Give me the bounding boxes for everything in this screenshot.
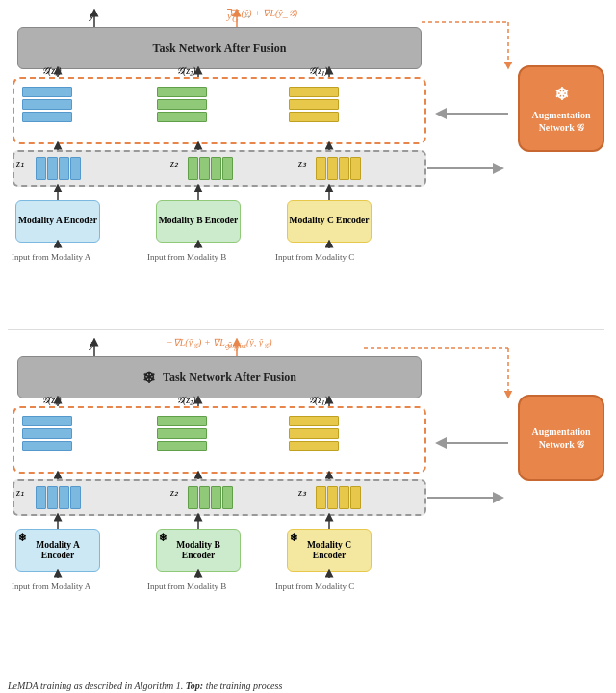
top-encoder-b: Modality B Encoder (156, 200, 241, 243)
bottom-z2-label: z₂ (170, 487, 178, 498)
bottom-z3-label: z₃ (298, 487, 306, 498)
top-input-c-label: Input from Modality C (275, 252, 354, 262)
top-gray-dashed: z₁ z₂ z₃ (13, 150, 426, 187)
top-encoder-a: Modality A Encoder (15, 200, 100, 243)
bottom-task-network-box: ❄ Task Network After Fusion (17, 356, 422, 398)
top-gz1b-label: 𝒢(z₁) (308, 65, 328, 77)
bottom-z1-label: z₁ (16, 487, 24, 498)
bottom-yhat-g-label: ŷ𝒢 (227, 339, 238, 354)
top-task-network-box: Task Network After Fusion (17, 27, 422, 69)
bottom-yhat-label: ŷ (90, 339, 94, 350)
bottom-gz2-label: 𝒢(z₂) (176, 395, 196, 406)
bottom-orange-dashed: 𝒢(z₁) 𝒢(z₂) 𝒢(z₁) (13, 406, 426, 474)
bottom-encoder-a: ❄ Modality AEncoder (15, 529, 100, 572)
bottom-aug-network-box: AugmentationNetwork 𝒢 (518, 395, 604, 481)
bottom-diagram: −∇L(ŷ𝒢) + ∇Lconsist(ŷ, ŷ𝒢) ŷ ŷ𝒢 ❄ Task N… (8, 337, 604, 654)
top-yhat-g-label: yG → (227, 10, 251, 24)
bottom-encoder-c: ❄ Modality CEncoder (287, 529, 372, 572)
bottom-caption: LeMDA training as described in Algorithm… (8, 680, 282, 691)
top-z1-label: z₁ (16, 158, 24, 168)
top-diagram: ∇L(ŷ) + ∇L(ŷ_𝒢) ŷ yG → Task Network Afte… (8, 8, 604, 325)
bottom-loss-label: −∇L(ŷ𝒢) + ∇Lconsist(ŷ, ŷ𝒢) (167, 337, 272, 351)
bottom-gz1-label: 𝒢(z₁) (41, 395, 62, 406)
bottom-encoder-b: ❄ Modality BEncoder (156, 529, 241, 572)
bottom-input-a-label: Input from Modality A (12, 581, 90, 591)
top-gz1-label: 𝒢(z₁) (41, 65, 62, 77)
top-encoder-c: Modality C Encoder (287, 200, 372, 243)
top-aug-network-box: ❄ AugmentationNetwork 𝒢 (518, 65, 604, 152)
top-z3-label: z₃ (298, 158, 306, 168)
bottom-input-c-label: Input from Modality C (275, 581, 354, 591)
bottom-gz1b-label: 𝒢(z₁) (308, 395, 328, 406)
top-gz2-label: 𝒢(z₂) (176, 65, 196, 77)
divider (8, 329, 604, 330)
bottom-gray-dashed: z₁ z₂ z₃ (13, 479, 426, 516)
top-z2-label: z₂ (170, 158, 178, 168)
top-yhat-label: ŷ (90, 10, 94, 21)
top-input-a-label: Input from Modality A (12, 252, 90, 262)
top-orange-dashed: 𝒢(z₁) 𝒢(z₂) 𝒢(z₁) (13, 77, 426, 144)
bottom-input-b-label: Input from Modality B (147, 581, 226, 591)
top-input-b-label: Input from Modality B (147, 252, 226, 262)
